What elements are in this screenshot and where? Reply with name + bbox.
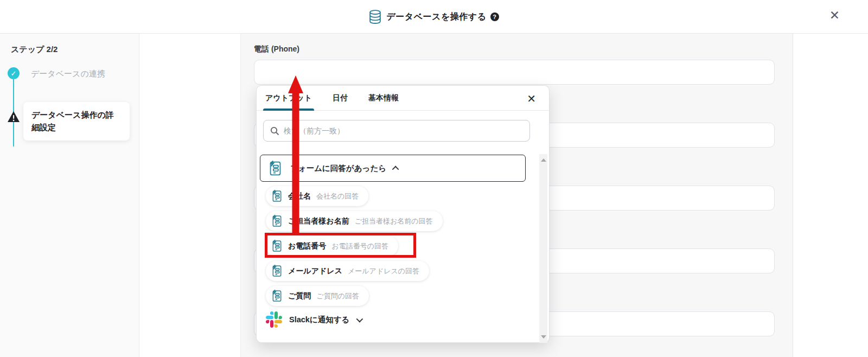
search-input[interactable] xyxy=(284,126,523,135)
item-name: お電話番号 xyxy=(288,241,326,251)
step-database-link[interactable]: データベースの連携 xyxy=(31,69,105,79)
right-panel xyxy=(793,34,868,357)
chevron-up-icon xyxy=(392,165,399,173)
popover-close-icon[interactable]: ✕ xyxy=(527,92,536,105)
search-icon xyxy=(270,126,279,136)
slack-notify-label: Slackに通知する xyxy=(289,315,349,325)
form-icon xyxy=(271,264,283,278)
steps-sidebar: ステップ 2/2 ✓ データベースの連携 データベース操作の詳細設定 xyxy=(0,34,139,357)
form-trigger-group[interactable]: フォームに回答があったら xyxy=(260,155,526,182)
phone-field-label: 電話 (Phone) xyxy=(254,44,299,54)
item-name: ご担当者様お名前 xyxy=(288,216,349,226)
step-detail-settings-label: データベース操作の詳細設定 xyxy=(31,109,122,134)
item-name: ご質問 xyxy=(288,291,311,301)
list-item-contact-name[interactable]: ご担当者様お名前 ご担当者様お名前の回答 xyxy=(266,211,443,231)
middle-panel xyxy=(140,34,240,357)
form-icon xyxy=(271,289,283,303)
scroll-up-icon[interactable] xyxy=(541,158,546,162)
item-name: メールアドレス xyxy=(288,266,342,276)
item-name: 会社名 xyxy=(288,192,311,201)
slack-notify-group[interactable]: Slackに通知する xyxy=(266,309,361,330)
list-item-question[interactable]: ご質問 ご質問の回答 xyxy=(266,286,369,306)
form-icon xyxy=(271,189,283,203)
item-desc: 会社名の回答 xyxy=(316,192,359,201)
list-item-email[interactable]: メールアドレス メールアドレスの回答 xyxy=(266,261,429,281)
item-desc: ご質問の回答 xyxy=(316,291,359,301)
form-icon xyxy=(268,160,283,177)
item-desc: お電話番号の回答 xyxy=(331,241,388,251)
popover-tabs: アウトプット 日付 基本情報 xyxy=(257,86,549,111)
step-counter: ステップ 2/2 xyxy=(11,44,58,55)
list-item-phone-number[interactable]: お電話番号 お電話番号の回答 xyxy=(266,236,398,256)
list-item-company[interactable]: 会社名 会社名の回答 xyxy=(266,186,368,206)
step-done-check-icon: ✓ xyxy=(8,67,20,79)
phone-input[interactable] xyxy=(254,60,775,85)
form-icon xyxy=(271,239,283,253)
item-desc: ご担当者様お名前の回答 xyxy=(355,216,433,226)
modal-header: データベースを操作する ? ✕ xyxy=(0,0,868,34)
database-icon xyxy=(369,10,381,24)
step-detail-settings-card[interactable]: データベース操作の詳細設定 xyxy=(23,102,130,141)
warning-icon xyxy=(7,111,20,123)
scroll-down-icon[interactable] xyxy=(541,335,546,339)
close-icon[interactable]: ✕ xyxy=(829,9,840,22)
form-icon xyxy=(271,214,283,228)
tab-output[interactable]: アウトプット xyxy=(263,86,314,111)
page-title: データベースを操作する xyxy=(386,11,486,23)
chevron-down-icon xyxy=(356,315,363,322)
item-desc: メールアドレスの回答 xyxy=(348,266,419,276)
search-box[interactable] xyxy=(263,120,530,142)
tab-date[interactable]: 日付 xyxy=(330,86,350,111)
slack-icon xyxy=(266,311,282,328)
form-trigger-label: フォームに回答があったら xyxy=(290,163,386,174)
help-icon[interactable]: ? xyxy=(490,12,499,21)
tab-basic-info[interactable]: 基本情報 xyxy=(366,86,401,111)
popover-scrollbar[interactable] xyxy=(539,154,547,343)
output-picker-popover: アウトプット 日付 基本情報 ✕ フォームに回答があったら xyxy=(256,85,550,343)
modal-title-group: データベースを操作する ? xyxy=(0,0,868,34)
